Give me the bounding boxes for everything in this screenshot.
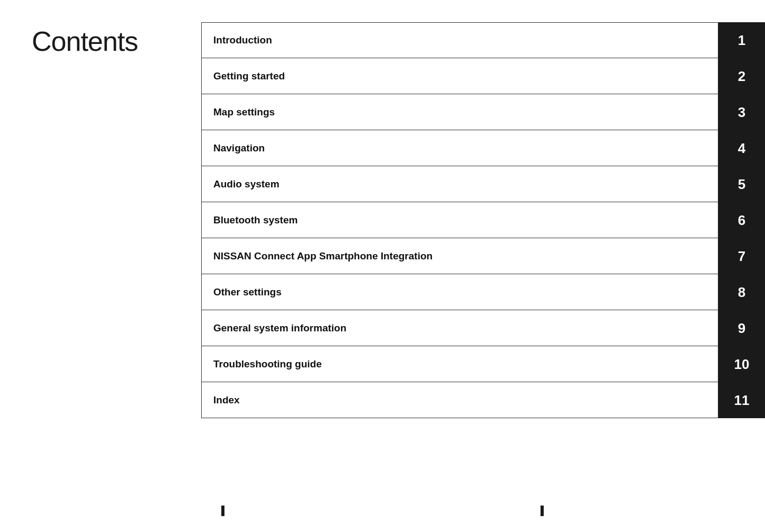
toc-item-label: Getting started — [201, 58, 718, 94]
toc-item-number: 5 — [718, 166, 765, 202]
toc-item-label: General system information — [201, 310, 718, 346]
toc-row[interactable]: Bluetooth system6 — [201, 202, 765, 238]
toc-item-number: 7 — [718, 238, 765, 274]
toc-row[interactable]: Index11 — [201, 382, 765, 418]
toc-row[interactable]: Map settings3 — [201, 94, 765, 130]
toc-item-number: 2 — [718, 58, 765, 94]
toc-row[interactable]: Getting started2 — [201, 58, 765, 94]
toc-item-number: 8 — [718, 274, 765, 310]
toc-row[interactable]: Introduction1 — [201, 22, 765, 58]
bottom-marks — [0, 506, 765, 516]
toc-item-number: 6 — [718, 202, 765, 238]
toc-item-label: Troubleshooting guide — [201, 346, 718, 382]
toc-item-label: Index — [201, 382, 718, 418]
toc-item-number: 4 — [718, 130, 765, 166]
toc-row[interactable]: NISSAN Connect App Smartphone Integratio… — [201, 238, 765, 274]
toc-row[interactable]: General system information9 — [201, 310, 765, 346]
page-container: Contents Introduction1Getting started2Ma… — [0, 0, 765, 532]
toc-item-label: NISSAN Connect App Smartphone Integratio… — [201, 238, 718, 274]
bottom-mark-left — [221, 506, 224, 516]
toc-item-label: Audio system — [201, 166, 718, 202]
toc-row[interactable]: Audio system5 — [201, 166, 765, 202]
toc-row[interactable]: Navigation4 — [201, 130, 765, 166]
toc-item-label: Introduction — [201, 22, 718, 58]
bottom-mark-right — [541, 506, 544, 516]
toc-item-number: 10 — [718, 346, 765, 382]
toc-item-number: 9 — [718, 310, 765, 346]
toc-item-label: Navigation — [201, 130, 718, 166]
toc-item-label: Bluetooth system — [201, 202, 718, 238]
page-title: Contents — [32, 25, 138, 57]
toc-item-number: 1 — [718, 22, 765, 58]
toc-item-label: Other settings — [201, 274, 718, 310]
toc-item-number: 3 — [718, 94, 765, 130]
toc-item-number: 11 — [718, 382, 765, 418]
toc-wrapper: Introduction1Getting started2Map setting… — [201, 22, 765, 418]
toc-item-label: Map settings — [201, 94, 718, 130]
toc-row[interactable]: Other settings8 — [201, 274, 765, 310]
toc-row[interactable]: Troubleshooting guide10 — [201, 346, 765, 382]
